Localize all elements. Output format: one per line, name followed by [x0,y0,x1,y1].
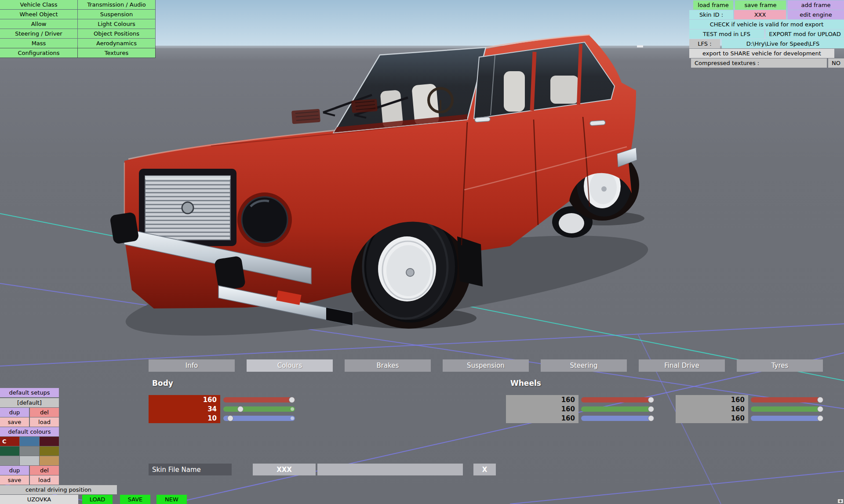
wheel-left-green-handle[interactable] [648,406,654,412]
lfs-path-label: LFS : [689,39,720,48]
save-frame-button[interactable]: save frame [735,0,786,10]
wheel-right-green-track[interactable] [751,406,823,412]
palette-swatch-8[interactable] [20,456,39,465]
menu-mass[interactable]: Mass [0,39,77,48]
palette-swatch-2[interactable] [20,437,39,446]
menu-object-positions[interactable]: Object Positions [78,29,155,38]
tab-final-drive[interactable]: Final Drive [639,359,725,372]
default-colours-header[interactable]: default colours [0,427,59,436]
load-vehicle-button[interactable]: LOAD [82,495,113,504]
setup-load-button[interactable]: load [30,417,59,427]
wheel-right-red-handle[interactable] [817,397,823,403]
wheel-right-blue-slider[interactable] [751,414,823,423]
menu-vehicle-class[interactable]: Vehicle Class [0,0,77,9]
tab-info[interactable]: Info [149,359,235,372]
setup-default-item[interactable]: [default] [0,398,59,407]
wheel-right-red-track[interactable] [751,397,823,402]
body-green-slider[interactable] [223,404,295,413]
wheel-left-green-slider[interactable] [581,404,654,413]
palette-swatch-1-current[interactable]: C [0,437,19,446]
test-mod-button[interactable]: TEST mod in LFS [689,29,764,39]
edit-engine-button[interactable]: edit engine [788,10,844,19]
menu-light-colours[interactable]: Light Colours [78,19,155,29]
setup-save-button[interactable]: save [0,417,29,427]
body-blue-track[interactable] [223,416,295,421]
colour-dup-button[interactable]: dup [0,466,29,475]
tab-steering[interactable]: Steering [541,359,627,372]
load-frame-button[interactable]: load frame [693,0,733,10]
menu-allow[interactable]: Allow [0,19,77,29]
wheel-left-blue-slider[interactable] [581,414,654,423]
export-share-button[interactable]: export to SHARE vehicle for development [689,49,834,58]
lfs-path-value[interactable]: D:\Hry\Live for Speed\LFS [722,39,844,48]
wheel-right-green-slider[interactable] [751,404,823,413]
colour-load-button[interactable]: load [30,475,59,485]
palette-swatch-6[interactable] [40,446,59,456]
wheel-right-green-handle[interactable] [817,406,823,412]
skin-clear-button[interactable]: X [473,464,496,475]
menu-aerodynamics[interactable]: Aerodynamics [78,39,155,48]
body-red-slider[interactable] [223,395,295,404]
corner-expand-button[interactable]: + [837,499,844,504]
body-red-track[interactable] [223,397,295,402]
export-mod-button[interactable]: EXPORT mod for UPLOAD [766,29,844,39]
body-green-handle[interactable] [237,406,244,412]
body-blue-slider[interactable] [223,414,295,423]
add-frame-button[interactable]: add frame [788,0,844,10]
setup-dup-button[interactable]: dup [0,408,29,417]
menu-wheel-object[interactable]: Wheel Object [0,10,77,19]
skin-id-value[interactable]: XXX [734,10,786,19]
check-valid-button[interactable]: CHECK if vehicle is valid for mod export [689,20,844,29]
wheel-left-red-value: 160 [506,395,578,404]
body-blue-value: 10 [149,414,220,423]
wheel-right-red-slider[interactable] [751,395,823,404]
palette-swatch-3[interactable] [40,437,59,446]
tab-brakes[interactable]: Brakes [345,359,431,372]
wheel-left-red-slider[interactable] [581,395,654,404]
wheel-right-blue-track[interactable] [751,416,823,421]
body-colour-swatch: 160 34 10 [149,395,220,423]
menu-suspension[interactable]: Suspension [78,10,155,19]
tab-suspension[interactable]: Suspension [443,359,529,372]
palette-swatch-4[interactable] [0,446,19,456]
skin-name-button[interactable]: XXX [253,464,316,475]
skin-file-input[interactable] [317,464,463,475]
compressed-textures-toggle[interactable]: NO [828,58,844,68]
wheel-right-blue-handle[interactable] [817,415,823,421]
vehicle-name-button[interactable]: UZOVKA [0,495,78,504]
badge [182,202,193,214]
palette-swatch-9[interactable] [40,456,59,465]
menu-textures[interactable]: Textures [78,48,155,58]
menu-configurations[interactable]: Configurations [0,48,77,58]
headlight [237,192,292,247]
colour-save-button[interactable]: save [0,475,29,485]
palette-swatch-5[interactable] [20,446,39,456]
wheel-left-red-handle[interactable] [648,397,654,403]
save-vehicle-button[interactable]: SAVE [120,495,150,504]
skin-file-name-label: Skin File Name [149,464,232,475]
tab-tyres[interactable]: Tyres [737,359,823,372]
body-colour-sliders [223,395,295,423]
new-vehicle-button[interactable]: NEW [156,495,187,504]
setup-del-button[interactable]: del [30,408,59,417]
body-section-label: Body [152,379,173,388]
menu-steering-driver[interactable]: Steering / Driver [0,29,77,38]
wheel-left-blue-handle[interactable] [648,415,654,421]
skin-id-label: Skin ID : [689,10,733,19]
wheel-right-green-value: 160 [676,404,748,413]
default-setups-header[interactable]: default setups [0,388,59,397]
palette-swatch-7[interactable] [0,456,19,465]
central-driving-position-button[interactable]: central driving position [0,485,117,494]
wheel-left-red-track[interactable] [581,397,654,402]
3d-viewport[interactable] [0,0,844,504]
body-green-value: 34 [149,404,220,413]
wheel-right-sliders [751,395,823,423]
colour-del-button[interactable]: del [30,466,59,475]
horizon-marker [637,45,643,47]
body-green-track[interactable] [223,406,295,412]
body-red-handle[interactable] [289,397,295,403]
wheel-left-green-track[interactable] [581,406,654,412]
tab-colours[interactable]: Colours [247,359,333,372]
menu-transmission-audio[interactable]: Transmission / Audio [78,0,155,9]
wheel-left-blue-track[interactable] [581,416,654,421]
